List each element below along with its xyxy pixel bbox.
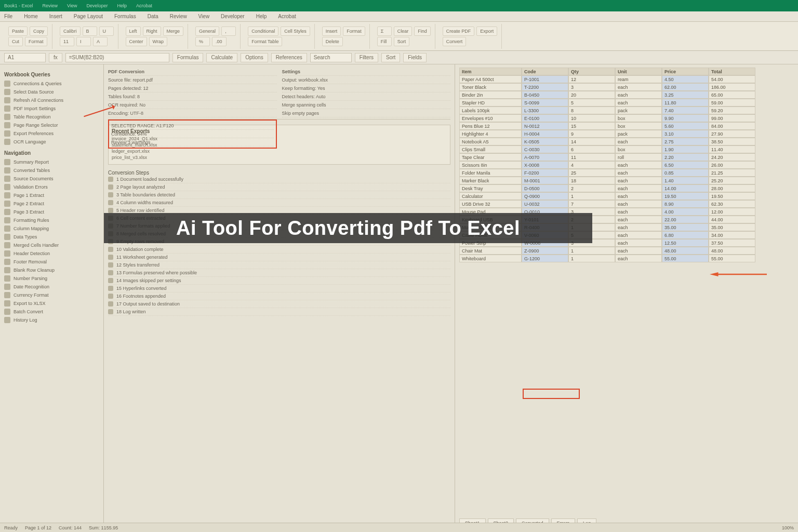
- cell[interactable]: 59.00: [709, 99, 755, 107]
- menu-review[interactable]: Review: [170, 14, 187, 19]
- recent-export-item[interactable]: price_list_v3.xlsx: [112, 155, 447, 160]
- ribbon-button[interactable]: 11: [60, 37, 74, 46]
- sidebar-item[interactable]: Page 3 Extract: [4, 208, 99, 216]
- cell[interactable]: 24.20: [709, 153, 755, 161]
- ribbon-button[interactable]: Format: [25, 37, 47, 46]
- cell[interactable]: 0.85: [662, 169, 709, 177]
- cell[interactable]: pack: [615, 130, 662, 138]
- cell[interactable]: 5.60: [662, 122, 709, 130]
- cell[interactable]: 5: [568, 99, 615, 107]
- cell[interactable]: 21.25: [709, 169, 755, 177]
- cell[interactable]: each: [615, 169, 662, 177]
- status-zoom[interactable]: 100%: [782, 525, 794, 530]
- ribbon-button[interactable]: Cell Styles: [281, 26, 310, 36]
- cell[interactable]: 4: [568, 161, 615, 169]
- sidebar-item[interactable]: PDF Import Settings: [4, 104, 99, 113]
- ribbon-button[interactable]: Sort: [394, 37, 410, 46]
- cell[interactable]: Marker Black: [459, 177, 522, 184]
- menu-file[interactable]: File: [4, 14, 12, 19]
- column-header[interactable]: Total: [709, 68, 755, 75]
- cell[interactable]: Toner Black: [459, 83, 522, 91]
- cell[interactable]: 38.50: [709, 138, 755, 145]
- cell[interactable]: 7.40: [662, 107, 709, 114]
- cell[interactable]: 3: [568, 83, 615, 91]
- cell[interactable]: 27.90: [709, 130, 755, 138]
- menu-home[interactable]: Home: [24, 14, 38, 19]
- cell[interactable]: A-0070: [522, 153, 568, 161]
- column-header[interactable]: Price: [662, 68, 709, 75]
- toolbar-btn[interactable]: References: [271, 53, 307, 62]
- fx-button[interactable]: fx: [49, 53, 62, 62]
- column-header[interactable]: Item: [459, 68, 522, 75]
- ribbon-button[interactable]: A: [93, 37, 108, 46]
- cell[interactable]: Z-0900: [522, 247, 568, 255]
- cell[interactable]: 7: [568, 200, 615, 208]
- cell[interactable]: 4.50: [662, 75, 709, 83]
- ribbon-button[interactable]: Create PDF: [443, 26, 475, 36]
- cell[interactable]: 2.20: [662, 153, 709, 161]
- cell[interactable]: 26.00: [709, 161, 755, 169]
- sidebar-item[interactable]: Connections & Queries: [4, 79, 99, 88]
- cell[interactable]: L-3300: [522, 107, 568, 114]
- formula-input[interactable]: =SUM(B2:B20): [65, 53, 169, 62]
- cell[interactable]: each: [615, 231, 662, 239]
- cell[interactable]: box: [615, 122, 662, 130]
- sidebar-item[interactable]: Converted Tables: [4, 166, 99, 175]
- cell[interactable]: 44.00: [709, 216, 755, 223]
- cell[interactable]: 62.00: [662, 83, 709, 91]
- ribbon-button[interactable]: Right: [143, 26, 161, 36]
- cell[interactable]: Desk Tray: [459, 184, 522, 192]
- cell[interactable]: 19.50: [662, 192, 709, 200]
- sidebar-item[interactable]: Formatting Rules: [4, 216, 99, 224]
- cell[interactable]: 55.00: [662, 255, 709, 262]
- cell[interactable]: Pens Blue 12: [459, 122, 522, 130]
- menu-insert[interactable]: Insert: [49, 14, 62, 19]
- sidebar-item[interactable]: Merged Cells Handler: [4, 241, 99, 249]
- cell[interactable]: 15: [568, 122, 615, 130]
- cell[interactable]: F-0200: [522, 169, 568, 177]
- cell[interactable]: 1.40: [662, 177, 709, 184]
- toolbar-btn[interactable]: Fields: [403, 53, 427, 62]
- ribbon-button[interactable]: Clear: [394, 26, 413, 36]
- cell[interactable]: D-0500: [522, 184, 568, 192]
- menu-help[interactable]: Help: [256, 14, 267, 19]
- cell[interactable]: each: [615, 161, 662, 169]
- sidebar-item[interactable]: Export to XLSX: [4, 299, 99, 308]
- sidebar-item[interactable]: Export Preferences: [4, 129, 99, 138]
- sidebar-item[interactable]: Source Documents: [4, 175, 99, 183]
- cell[interactable]: E-0100: [522, 114, 568, 122]
- ribbon-button[interactable]: Format Table: [248, 37, 282, 46]
- cell[interactable]: 48.00: [709, 247, 755, 255]
- cell[interactable]: X-0008: [522, 161, 568, 169]
- ribbon-button[interactable]: Calibri: [60, 26, 81, 36]
- cell[interactable]: Clips Small: [459, 145, 522, 153]
- cell[interactable]: T-2200: [522, 83, 568, 91]
- cell[interactable]: Envelopes #10: [459, 114, 522, 122]
- cell[interactable]: 9.90: [662, 114, 709, 122]
- menu-view[interactable]: View: [198, 14, 210, 19]
- cell[interactable]: 1: [568, 192, 615, 200]
- cell[interactable]: Scissors 8in: [459, 161, 522, 169]
- toolbar-btn[interactable]: Options: [241, 53, 268, 62]
- cell[interactable]: each: [615, 192, 662, 200]
- cell[interactable]: pack: [615, 107, 662, 114]
- column-header[interactable]: Unit: [615, 68, 662, 75]
- search-input[interactable]: Search: [310, 53, 352, 62]
- name-box[interactable]: A1: [4, 53, 46, 62]
- cell[interactable]: 12.50: [662, 239, 709, 247]
- sidebar-item[interactable]: Select Data Source: [4, 88, 99, 96]
- cell[interactable]: USB Drive 32: [459, 200, 522, 208]
- ribbon-button[interactable]: Copy: [30, 26, 48, 36]
- menu-developer[interactable]: Developer: [221, 14, 245, 19]
- cell[interactable]: Notebook A5: [459, 138, 522, 145]
- cell[interactable]: each: [615, 177, 662, 184]
- sidebar-item[interactable]: Refresh All Connections: [4, 96, 99, 104]
- ribbon-button[interactable]: Σ: [377, 26, 392, 36]
- cell[interactable]: Q-0900: [522, 192, 568, 200]
- cell[interactable]: H-0004: [522, 130, 568, 138]
- menu-pagelayout[interactable]: Page Layout: [74, 14, 103, 19]
- cell[interactable]: 1.90: [662, 145, 709, 153]
- ribbon-button[interactable]: Paste: [8, 26, 28, 36]
- cell[interactable]: Chair Mat: [459, 247, 522, 255]
- sidebar-item[interactable]: Currency Format: [4, 291, 99, 299]
